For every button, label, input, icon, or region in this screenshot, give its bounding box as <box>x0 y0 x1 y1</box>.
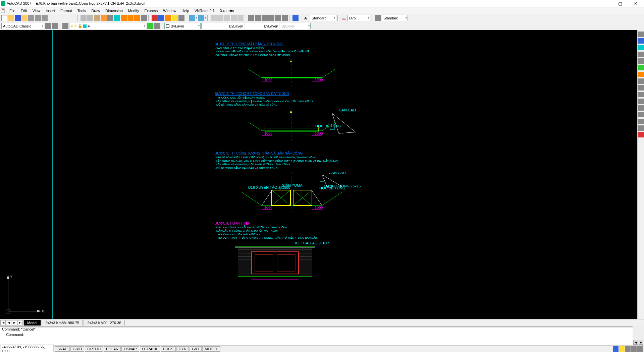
design-center-button[interactable] <box>121 15 127 21</box>
block-editor-button[interactable] <box>107 15 113 21</box>
scale-tool[interactable] <box>638 78 644 84</box>
trim-tool[interactable] <box>638 92 644 97</box>
offset-tool[interactable] <box>638 52 644 57</box>
toggle-polar[interactable]: POLAR <box>104 346 121 352</box>
rotate-tool[interactable] <box>638 72 644 77</box>
tab-layout-1[interactable]: 2x3x3 Km88+980.75 <box>42 320 83 326</box>
toggle-grid[interactable]: GRID <box>70 346 85 352</box>
coordinates-display[interactable]: -485637.09, -1968835.56, 0.00 <box>1 345 54 352</box>
join-tool[interactable] <box>638 112 644 117</box>
scroll-left-icon[interactable]: ◀ <box>633 340 638 345</box>
cleanscreen-button[interactable] <box>268 15 274 21</box>
undo-dropdown-icon[interactable]: ▾ <box>196 16 197 19</box>
toggle-osnap[interactable]: OSNAP <box>121 346 139 352</box>
menu-insert[interactable]: Insert <box>43 8 58 13</box>
erase-tool[interactable] <box>638 32 644 37</box>
hardware-accel-icon[interactable] <box>631 346 637 352</box>
toggle-lwt[interactable]: LWT <box>190 346 202 352</box>
lineweight-combo[interactable]: ByLayer▾ <box>245 23 279 29</box>
erase-button[interactable] <box>152 15 158 21</box>
dim-style-combo[interactable]: D75▾ <box>347 15 370 21</box>
pan-button[interactable] <box>211 15 217 21</box>
text-style-icon[interactable]: A <box>303 15 309 21</box>
toggle-dyn[interactable]: DYN <box>176 346 189 352</box>
close-button[interactable]: ✕ <box>628 0 643 7</box>
menu-file[interactable]: File <box>7 8 18 13</box>
toggle-ortho[interactable]: ORTHO <box>85 346 103 352</box>
plot-preview-button[interactable] <box>35 15 41 21</box>
array-tool[interactable] <box>638 58 644 64</box>
table-style-combo[interactable]: Standard▾ <box>382 15 408 21</box>
toggle-snap[interactable]: SNAP <box>55 346 70 352</box>
sheetset-button[interactable] <box>21 15 28 21</box>
paste-button[interactable] <box>94 15 100 21</box>
undo-button[interactable] <box>189 15 195 21</box>
cui-button[interactable] <box>262 15 268 21</box>
copy-button[interactable] <box>87 15 93 21</box>
toggle-model[interactable]: MODEL <box>202 346 220 352</box>
text-style-combo[interactable]: Standard▾ <box>310 15 336 21</box>
toggle-otrack[interactable]: OTRACK <box>140 346 160 352</box>
table-style-icon[interactable] <box>375 15 381 21</box>
redo-dropdown-icon[interactable]: ▾ <box>205 16 206 19</box>
tab-layout-2[interactable]: 2x3x3 KM91+270.36 <box>84 320 125 326</box>
quickcalc-button[interactable] <box>141 15 147 21</box>
command-scrollbar[interactable]: ◀ ▶ <box>633 326 644 345</box>
stretch-tool[interactable] <box>638 85 644 91</box>
layer-states-button[interactable] <box>154 23 160 29</box>
move-tool[interactable] <box>638 65 644 70</box>
calc-button[interactable] <box>282 15 288 21</box>
tool-palettes-button[interactable] <box>127 15 133 21</box>
explode-tool[interactable] <box>638 132 644 137</box>
open-button[interactable] <box>8 15 14 21</box>
extend-tool[interactable] <box>638 99 644 104</box>
dbconnect-button[interactable] <box>255 15 261 21</box>
mirror-tool[interactable] <box>638 45 644 50</box>
xref-button[interactable] <box>114 15 120 21</box>
redo-button[interactable] <box>198 15 204 21</box>
tab-nav-last[interactable]: ▶| <box>17 320 23 326</box>
offset-button[interactable] <box>172 15 178 21</box>
fillet-tool[interactable] <box>638 125 644 131</box>
help-button[interactable] <box>275 15 281 21</box>
markup-button[interactable] <box>134 15 140 21</box>
tab-model[interactable]: Model <box>23 320 41 326</box>
menu-vnroad[interactable]: VNRoad 9.1 <box>192 8 217 13</box>
menu-draw[interactable]: Draw <box>89 8 103 13</box>
menu-window[interactable]: Window <box>160 8 179 13</box>
menu-edit[interactable]: Edit <box>18 8 30 13</box>
save-button[interactable] <box>15 15 21 21</box>
tab-nav-first[interactable]: |◀ <box>0 320 6 326</box>
toggle-ducs[interactable]: DUCS <box>161 346 176 352</box>
qnew-button[interactable] <box>1 15 7 21</box>
copy-obj-button[interactable] <box>158 15 164 21</box>
chamfer-tool[interactable] <box>638 119 644 124</box>
lock-icon[interactable] <box>619 346 625 352</box>
minimize-button[interactable]: — <box>597 0 612 7</box>
menu-sannen[interactable]: San nền <box>217 8 237 13</box>
menu-format[interactable]: Format <box>58 8 75 13</box>
match-props-button[interactable] <box>101 15 107 21</box>
workspace-settings-button[interactable] <box>45 23 51 29</box>
copy-tool[interactable] <box>638 38 644 44</box>
linetype-combo[interactable]: ByLayer▾ <box>201 23 244 29</box>
array-button[interactable] <box>178 15 184 21</box>
zoom-previous-button[interactable] <box>231 15 237 21</box>
annotation-scale-icon[interactable] <box>625 346 631 352</box>
publish-button[interactable] <box>42 15 48 21</box>
menu-dimension[interactable]: Dimension <box>103 8 125 13</box>
dim-style-icon[interactable] <box>341 15 347 21</box>
mirror-button[interactable] <box>165 15 171 21</box>
menu-help[interactable]: Help <box>179 8 192 13</box>
my-workspace-button[interactable] <box>52 23 58 29</box>
tray-settings-icon[interactable] <box>637 346 643 352</box>
workspace-combo[interactable]: AutoCAD Classic▾ <box>1 23 44 29</box>
cut-button[interactable] <box>80 15 87 21</box>
maximize-button[interactable]: ▢ <box>612 0 628 7</box>
break-tool[interactable] <box>638 105 644 111</box>
tab-nav-next[interactable]: ▶ <box>12 320 17 326</box>
zoom-realtime-button[interactable] <box>217 15 223 21</box>
layer-manager-button[interactable] <box>62 23 68 29</box>
color-combo[interactable]: ByLayer▾ <box>164 23 201 29</box>
zoom-window-button[interactable] <box>224 15 230 21</box>
